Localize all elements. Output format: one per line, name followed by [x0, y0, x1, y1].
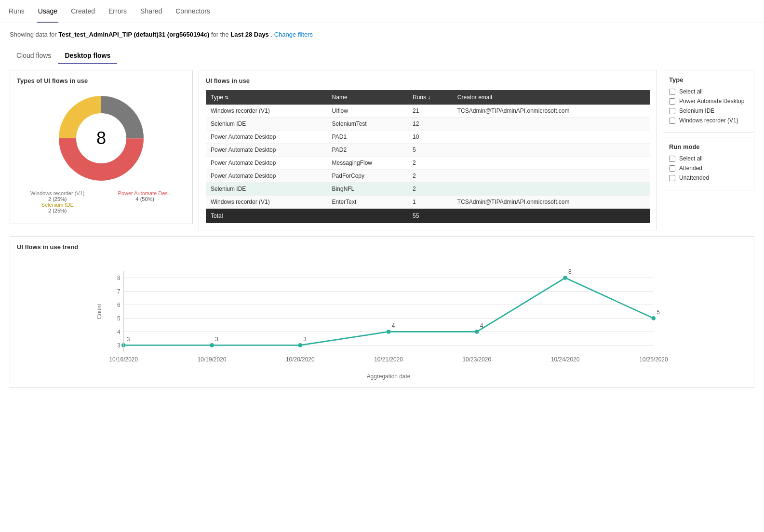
type-filter-title: Type [669, 76, 748, 83]
table-row: Selenium IDEBingNFL2 [206, 183, 650, 196]
subtitle-middle: for the [211, 31, 230, 38]
svg-text:3: 3 [127, 336, 130, 343]
run-mode-filter-item[interactable]: Unattended [669, 174, 748, 181]
col-type[interactable]: Type [206, 90, 327, 105]
filter-panels: Type Select allPower Automate DesktopSel… [663, 70, 754, 190]
svg-text:8: 8 [117, 275, 121, 281]
table-row: Windows recorder (V1)EnterText1TCSAdmin@… [206, 196, 650, 209]
svg-text:10/16/2020: 10/16/2020 [109, 356, 138, 363]
svg-text:5: 5 [117, 315, 121, 322]
ui-flows-table-panel: UI flows in use Type Name Runs Creator e… [199, 70, 657, 230]
nav-errors[interactable]: Errors [107, 0, 128, 23]
donut-container: 8 Windows recorder (V1) 2 (25%) Power Au… [17, 90, 186, 213]
svg-text:4: 4 [480, 322, 483, 329]
run-mode-filter-panel: Run mode Select allAttendedUnattended [663, 137, 754, 190]
type-filter-item[interactable]: Selenium IDE [669, 107, 748, 114]
svg-text:10/20/2020: 10/20/2020 [286, 356, 315, 363]
run-mode-filter-item[interactable]: Select all [669, 155, 748, 162]
table-row: Selenium IDESeleniumTest12 [206, 118, 650, 131]
nav-created[interactable]: Created [70, 0, 96, 23]
table-row: Windows recorder (V1)UIflow21TCSAdmin@TI… [206, 105, 650, 118]
trend-chart-svg: 345678CountAggregation date10/16/202010/… [17, 255, 747, 381]
subtitle-prefix: Showing data for [10, 31, 58, 38]
trend-title: UI flows in use trend [17, 243, 747, 251]
type-filter-item[interactable]: Windows recorder (V1) [669, 117, 748, 124]
legend-power-automate: Power Automate Des... 4 (50%) [109, 190, 181, 202]
svg-text:3: 3 [215, 336, 218, 343]
nav-runs[interactable]: Runs [8, 0, 26, 23]
donut-panel: Types of UI flows in use 8 Windows [10, 70, 193, 224]
change-filters-link[interactable]: Change filters [274, 31, 313, 38]
svg-text:3: 3 [117, 342, 121, 349]
col-runs[interactable]: Runs [408, 90, 453, 105]
ui-flows-table: Type Name Runs Creator email Windows rec… [206, 90, 650, 223]
legend-selenium: Selenium IDE 2 (25%) [22, 202, 94, 213]
svg-text:10/21/2020: 10/21/2020 [374, 356, 403, 363]
svg-text:Count: Count [96, 304, 103, 319]
table-footer-row: Total 55 [206, 209, 650, 224]
nav-connectors[interactable]: Connectors [174, 0, 211, 23]
trend-chart-area: 345678CountAggregation date10/16/202010/… [17, 255, 747, 381]
col-email[interactable]: Creator email [453, 90, 650, 105]
svg-point-38 [652, 316, 656, 320]
svg-text:8: 8 [568, 268, 572, 275]
table-row: Power Automate DesktopPadForCopy2 [206, 170, 650, 183]
total-empty1 [327, 209, 408, 224]
dashboard-row: Types of UI flows in use 8 Windows [10, 70, 754, 230]
trend-panel: UI flows in use trend 345678CountAggrega… [10, 236, 754, 388]
svg-text:7: 7 [117, 288, 121, 295]
total-value: 55 [408, 209, 453, 224]
svg-text:10/23/2020: 10/23/2020 [463, 356, 492, 363]
donut-panel-title: Types of UI flows in use [17, 77, 186, 84]
svg-point-36 [563, 276, 567, 280]
svg-text:10/19/2020: 10/19/2020 [198, 356, 227, 363]
flow-tabs: Cloud flows Desktop flows [10, 48, 754, 64]
run-mode-filter-title: Run mode [669, 143, 748, 150]
legend-windows-recorder: Windows recorder (V1) 2 (25%) [22, 190, 94, 202]
svg-text:5: 5 [657, 309, 660, 316]
main-content: Showing data for Test_test_AdminAPI_TIP … [0, 23, 764, 396]
svg-point-34 [475, 330, 479, 334]
table-body: Windows recorder (V1)UIflow21TCSAdmin@TI… [206, 105, 650, 209]
svg-text:10/25/2020: 10/25/2020 [639, 356, 668, 363]
donut-chart: 8 [53, 90, 149, 186]
run-mode-filter-item[interactable]: Attended [669, 165, 748, 172]
donut-legend: Windows recorder (V1) 2 (25%) Power Auto… [17, 190, 186, 213]
col-name[interactable]: Name [327, 90, 408, 105]
total-label: Total [206, 209, 327, 224]
table-row: Power Automate DesktopMessagingFlow2 [206, 157, 650, 170]
type-filter-items: Select allPower Automate DesktopSelenium… [669, 88, 748, 124]
table-row: Power Automate DesktopPAD110 [206, 131, 650, 144]
svg-text:10/24/2020: 10/24/2020 [551, 356, 580, 363]
svg-point-28 [210, 343, 214, 347]
subtitle-bar: Showing data for Test_test_AdminAPI_TIP … [10, 31, 754, 38]
svg-point-32 [387, 330, 391, 334]
table-row: Power Automate DesktopPAD25 [206, 144, 650, 157]
svg-text:3: 3 [303, 336, 307, 343]
total-empty2 [453, 209, 650, 224]
svg-text:Aggregation date: Aggregation date [367, 373, 411, 380]
nav-usage[interactable]: Usage [37, 0, 58, 23]
top-navigation: Runs Usage Created Errors Shared Connect… [0, 0, 764, 23]
table-header-row: Type Name Runs Creator email [206, 90, 650, 105]
svg-point-30 [298, 343, 302, 347]
type-filter-item[interactable]: Power Automate Desktop [669, 98, 748, 105]
subtitle-suffix: . [270, 31, 272, 38]
subtitle-period: Last 28 Days [230, 31, 269, 38]
svg-text:4: 4 [117, 329, 121, 335]
table-inner: Type Name Runs Creator email Windows rec… [199, 90, 657, 230]
nav-shared[interactable]: Shared [139, 0, 163, 23]
svg-text:8: 8 [96, 128, 106, 148]
table-panel-title: UI flows in use [199, 70, 657, 84]
type-filter-item[interactable]: Select all [669, 88, 748, 95]
tab-cloud-flows[interactable]: Cloud flows [10, 48, 58, 64]
tab-desktop-flows[interactable]: Desktop flows [58, 48, 117, 64]
type-filter-panel: Type Select allPower Automate DesktopSel… [663, 70, 754, 133]
svg-text:6: 6 [117, 302, 121, 308]
run-mode-filter-items: Select allAttendedUnattended [669, 155, 748, 181]
svg-text:4: 4 [392, 322, 395, 329]
subtitle-org: Test_test_AdminAPI_TIP (default)31 (org5… [58, 31, 209, 38]
